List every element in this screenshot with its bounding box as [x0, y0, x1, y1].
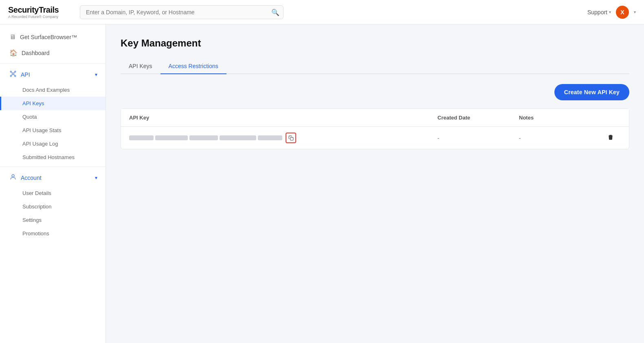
search-icon: 🔍 [271, 8, 279, 16]
sidebar-item-apikeys[interactable]: API Keys [0, 97, 106, 110]
api-key-created-date: - [437, 135, 519, 141]
delete-api-key-button[interactable] [607, 134, 614, 142]
action-row: Create New API Key [121, 84, 629, 100]
logo-main: SecurityTrails [8, 5, 73, 15]
table-row: - - [121, 127, 629, 149]
svg-line-5 [11, 72, 12, 73]
api-section-label: API [21, 71, 30, 78]
svg-line-7 [11, 75, 12, 75]
divider [0, 63, 106, 64]
account-section-label: Account [21, 175, 42, 181]
user-chevron-icon[interactable]: ▾ [634, 10, 636, 14]
api-key-cell [129, 133, 437, 143]
col-header-notes: Notes [519, 115, 600, 121]
key-seg-4 [220, 135, 256, 140]
svg-point-2 [15, 71, 16, 72]
sidebar: 🖥 Get SurfaceBrowser™ 🏠 Dashboard API ▾ … [0, 24, 106, 343]
sidebar-item-userdetails[interactable]: User Details [0, 186, 106, 200]
sidebar-item-apiusagestats[interactable]: API Usage Stats [0, 124, 106, 137]
sidebar-item-label: Dashboard [22, 50, 50, 56]
sidebar-item-docs[interactable]: Docs And Examples [0, 83, 106, 97]
api-icon [9, 70, 17, 79]
sidebar-item-dashboard[interactable]: 🏠 Dashboard [0, 45, 106, 61]
api-key-masked [129, 135, 282, 140]
nav-right: Support ▾ X ▾ [587, 6, 636, 19]
table-header: API Key Created Date Notes [121, 109, 629, 127]
api-key-notes: - [519, 135, 600, 141]
tab-accessrestrictions[interactable]: Access Restrictions [160, 59, 226, 74]
page-title: Key Management [121, 38, 629, 49]
api-expand-icon: ▾ [95, 72, 97, 77]
svg-rect-10 [290, 137, 293, 140]
copy-api-key-button[interactable] [286, 133, 296, 143]
logo: SecurityTrails A Recorded Future® Compan… [8, 5, 73, 19]
tabs: API Keys Access Restrictions [121, 59, 629, 74]
sidebar-item-apiusagelog[interactable]: API Usage Log [0, 137, 106, 150]
account-expand-icon: ▾ [95, 175, 97, 181]
svg-line-6 [14, 72, 15, 73]
key-seg-1 [129, 135, 154, 140]
key-seg-3 [189, 135, 218, 140]
logo-sub: A Recorded Future® Company [8, 15, 73, 19]
surfacebrowser-icon: 🖥 [9, 33, 16, 41]
sidebar-section-account[interactable]: Account ▾ [0, 169, 106, 186]
sidebar-section-api[interactable]: API ▾ [0, 66, 106, 83]
topnav: SecurityTrails A Recorded Future® Compan… [0, 0, 644, 24]
api-keys-table: API Key Created Date Notes [121, 108, 629, 149]
sidebar-item-submittedhostnames[interactable]: Submitted Hostnames [0, 150, 106, 164]
api-key-action [600, 134, 621, 142]
search-input[interactable] [80, 5, 284, 19]
key-seg-5 [258, 135, 282, 140]
sidebar-item-settings[interactable]: Settings [0, 213, 106, 227]
sidebar-item-surfacebrowser[interactable]: 🖥 Get SurfaceBrowser™ [0, 29, 106, 45]
svg-point-4 [15, 75, 16, 77]
support-chevron-icon: ▾ [609, 10, 611, 14]
svg-point-9 [12, 175, 14, 177]
col-header-key: API Key [129, 115, 437, 121]
user-avatar[interactable]: X [616, 6, 629, 19]
tab-apikeys[interactable]: API Keys [121, 59, 160, 74]
divider2 [0, 166, 106, 167]
svg-point-3 [10, 75, 11, 77]
svg-line-8 [14, 75, 15, 75]
sidebar-item-label: Get SurfaceBrowser™ [20, 34, 77, 40]
sidebar-item-quota[interactable]: Quota [0, 110, 106, 124]
search-bar: 🔍 [80, 5, 284, 19]
svg-point-1 [10, 71, 11, 72]
support-button[interactable]: Support ▾ [587, 9, 611, 15]
home-icon: 🏠 [9, 49, 18, 57]
sidebar-item-promotions[interactable]: Promotions [0, 227, 106, 240]
layout: 🖥 Get SurfaceBrowser™ 🏠 Dashboard API ▾ … [0, 24, 644, 343]
sidebar-item-subscription[interactable]: Subscription [0, 200, 106, 213]
main-content: Key Management API Keys Access Restricti… [106, 24, 644, 343]
key-seg-2 [155, 135, 188, 140]
account-icon [9, 173, 17, 182]
col-header-date: Created Date [437, 115, 519, 121]
create-api-key-button[interactable]: Create New API Key [554, 84, 629, 100]
